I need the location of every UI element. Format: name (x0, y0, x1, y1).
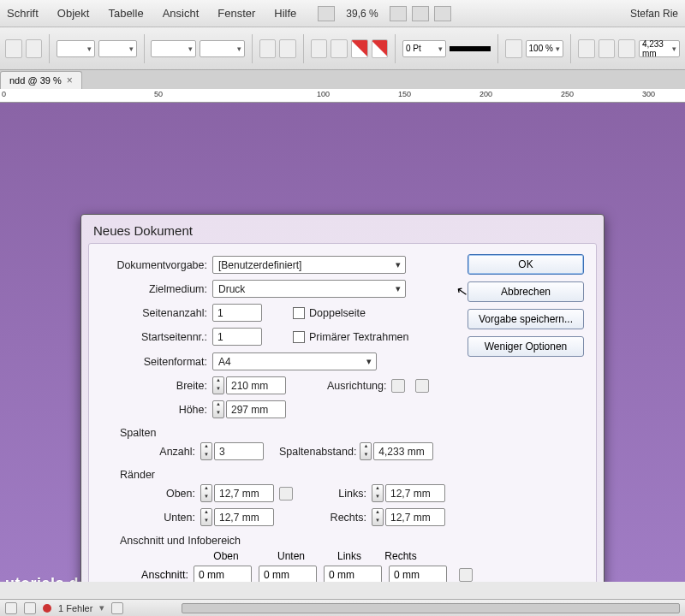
gutter-label: Spaltenabstand: (279, 446, 356, 458)
page-size-combo[interactable]: A4 (212, 352, 377, 370)
status-bar: 1 Fehler ▾ (0, 599, 685, 616)
stroke-weight[interactable]: 0 Pt (402, 40, 446, 57)
paragraph-icon[interactable] (279, 39, 296, 58)
bridge-icon[interactable] (318, 6, 335, 21)
ruler-mark: 200 (480, 90, 492, 98)
opacity[interactable]: 100 % (526, 40, 564, 57)
margin-top-spinner[interactable]: ▲▼ (200, 484, 212, 502)
intent-label: Zielmedium: (103, 283, 212, 295)
bleed-hdr-left: Links (324, 550, 375, 562)
margin-bottom-label: Unten: (125, 512, 200, 524)
orientation-portrait-icon[interactable] (391, 379, 405, 393)
prev-page-icon[interactable] (24, 602, 36, 614)
margin-bottom-spinner[interactable]: ▲▼ (200, 508, 212, 526)
canvas[interactable]: utorials.de 2 Wochenberichte2014 Neues D… (0, 103, 685, 582)
bleed-right-input[interactable]: 0 mm (389, 566, 447, 582)
field-2[interactable] (98, 40, 137, 57)
bleed-left-input[interactable]: 0 mm (324, 566, 382, 582)
menu-tabelle[interactable]: Tabelle (108, 7, 143, 20)
para-format-icon[interactable] (26, 39, 43, 58)
field-3[interactable] (151, 40, 196, 57)
field-1[interactable] (57, 40, 95, 57)
menu-ansicht[interactable]: Ansicht (163, 7, 200, 20)
start-input[interactable]: 1 (212, 328, 262, 346)
gutter-input[interactable]: 4,233 mm (373, 442, 433, 460)
stroke-style[interactable] (450, 46, 491, 51)
save-preset-button[interactable]: Vorgabe speichern... (468, 309, 584, 329)
bleed-link-icon[interactable] (459, 568, 473, 582)
primary-frame-checkbox[interactable] (293, 331, 305, 343)
close-icon[interactable]: × (67, 74, 73, 86)
margins-section: Ränder (120, 469, 582, 481)
first-page-icon[interactable] (5, 602, 17, 614)
col-count-spinner[interactable]: ▲▼ (200, 442, 212, 460)
view-mode-icon[interactable] (390, 6, 407, 21)
ruler-horizontal: 0 50 100 150 200 250 300 (0, 89, 685, 103)
stroke-none-icon[interactable] (372, 39, 389, 58)
fx-icon[interactable] (505, 39, 522, 58)
text-wrap2-icon[interactable] (599, 39, 616, 58)
pages-input[interactable]: 1 (212, 304, 262, 322)
zoom-level[interactable]: 39,6 % (346, 8, 378, 20)
margin-bottom-input[interactable]: 12,7 mm (214, 508, 274, 526)
new-document-dialog: Neues Dokument OK Abbrechen Vorgabe spei… (80, 214, 605, 582)
bleed-top-input[interactable]: 0 mm (194, 566, 252, 582)
col-count-label: Anzahl: (125, 446, 200, 458)
bleed-hdr-bottom: Unten (259, 550, 324, 562)
cancel-button[interactable]: Abbrechen (468, 281, 584, 302)
error-dot-icon[interactable] (43, 604, 51, 613)
screen-mode-icon[interactable] (412, 6, 429, 21)
margin-right-label: Rechts: (298, 512, 372, 524)
dim-field[interactable]: 4,233 mm (639, 40, 680, 57)
error-count[interactable]: 1 Fehler (58, 603, 92, 613)
arrange-icon[interactable] (434, 6, 451, 21)
document-tab[interactable]: ndd @ 39 % × (0, 71, 82, 89)
rotate-icon[interactable] (331, 39, 348, 58)
fewer-options-button[interactable]: Weniger Optionen (468, 336, 584, 357)
margin-right-spinner[interactable]: ▲▼ (372, 508, 384, 526)
ruler-mark: 300 (642, 90, 655, 98)
height-spinner[interactable]: ▲▼ (212, 400, 224, 418)
bleed-bottom-input[interactable]: 0 mm (259, 566, 317, 582)
margin-top-label: Oben: (125, 488, 200, 500)
facing-pages-label: Doppelseite (309, 307, 366, 319)
preset-combo[interactable]: [Benutzerdefiniert] (212, 256, 406, 274)
horizontal-scrollbar[interactable] (182, 603, 680, 613)
width-input[interactable]: 210 mm (226, 376, 286, 394)
nav-left-icon[interactable] (111, 602, 123, 614)
height-input[interactable]: 297 mm (226, 400, 286, 418)
margin-link-icon[interactable] (279, 487, 293, 500)
gutter-spinner[interactable]: ▲▼ (360, 442, 372, 460)
dialog-title: Neues Dokument (81, 215, 604, 243)
ok-button[interactable]: OK (468, 254, 584, 275)
ruler-mark: 100 (317, 90, 330, 98)
circle-icon[interactable] (259, 39, 277, 58)
width-spinner[interactable]: ▲▼ (212, 376, 224, 394)
ruler-mark: 0 (2, 90, 6, 98)
margin-left-spinner[interactable]: ▲▼ (372, 484, 384, 502)
align-icon[interactable] (311, 39, 328, 58)
corner-icon[interactable] (618, 39, 635, 58)
col-count-input[interactable]: 3 (214, 442, 264, 460)
text-wrap-icon[interactable] (578, 39, 595, 58)
margin-top-input[interactable]: 12,7 mm (214, 484, 274, 502)
bleed-hdr-right: Rechts (375, 550, 426, 562)
fill-none-icon[interactable] (351, 39, 368, 58)
field-4[interactable] (200, 40, 245, 57)
facing-pages-checkbox[interactable] (293, 307, 305, 319)
menu-hilfe[interactable]: Hilfe (274, 7, 296, 20)
primary-frame-label: Primärer Textrahmen (309, 331, 408, 343)
orientation-landscape-icon[interactable] (415, 379, 429, 393)
margin-left-input[interactable]: 12,7 mm (385, 484, 445, 502)
menu-fenster[interactable]: Fenster (217, 7, 255, 20)
bleed-hdr-top: Oben (194, 550, 259, 562)
menu-schrift[interactable]: Schrift (7, 7, 39, 20)
ruler-mark: 250 (561, 90, 574, 98)
margin-left-label: Links: (298, 488, 372, 500)
user-name: Stefan Rie (630, 8, 678, 20)
char-format-icon[interactable] (5, 39, 22, 58)
document-tabs: ndd @ 39 % × (0, 70, 685, 89)
menu-objekt[interactable]: Objekt (57, 7, 90, 20)
margin-right-input[interactable]: 12,7 mm (385, 508, 445, 526)
intent-combo[interactable]: Druck (212, 280, 406, 298)
